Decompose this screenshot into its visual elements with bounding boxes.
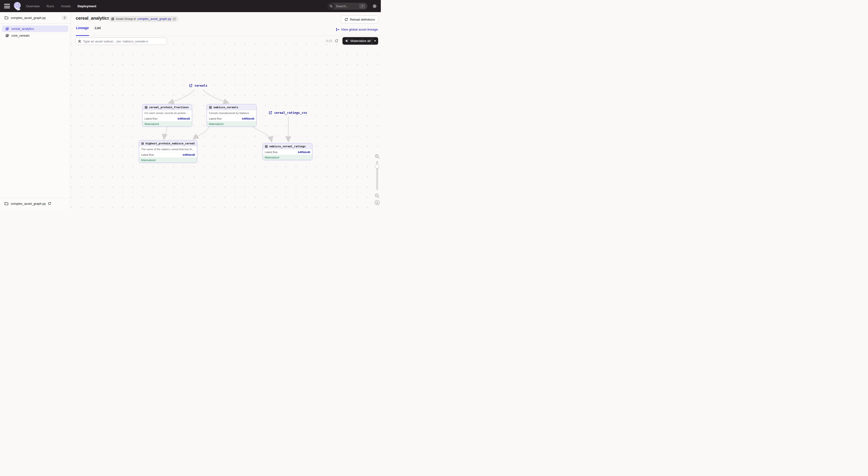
materialize-all-button-group: Materialize all bbox=[342, 37, 378, 45]
asset-subset-filter[interactable] bbox=[75, 38, 167, 45]
asset-group-prefix: Asset Group in bbox=[116, 17, 136, 21]
asset-subset-input[interactable] bbox=[83, 39, 164, 43]
sidebar-item-core-cereals[interactable]: core_cereals bbox=[2, 32, 68, 39]
code-location-sidebar: complex_asset_graph.py 2 cereal_analytic… bbox=[0, 12, 70, 209]
latest-run-label: Latest Run bbox=[265, 151, 278, 154]
asset-node-nabisco-cereals[interactable]: nabisco_cereals Cereals manufactured by … bbox=[207, 104, 256, 127]
materialization-status-badge: Materialized bbox=[143, 121, 192, 126]
latest-run-label: Latest Run bbox=[209, 117, 222, 120]
footer-code-location-name: complex_asset_graph.py bbox=[11, 202, 46, 205]
table-icon bbox=[265, 145, 268, 148]
top-nav-links: Overview Runs Assets Deployment bbox=[26, 4, 96, 8]
search-box[interactable]: / bbox=[328, 3, 368, 10]
zoom-slider[interactable] bbox=[376, 161, 378, 190]
sidebar-footer: complex_asset_graph.py bbox=[0, 198, 70, 209]
asset-description: For each cereal, records its protein ... bbox=[143, 110, 192, 116]
materialize-all-label: Materialize all bbox=[350, 39, 371, 43]
table-icon bbox=[145, 106, 148, 109]
asset-node-cereal-protein-fractions[interactable]: cereal_protein_fractions For each cereal… bbox=[142, 104, 192, 127]
asset-description: The name of the nabisco cereal that has … bbox=[139, 146, 197, 152]
search-input[interactable] bbox=[336, 4, 357, 8]
external-asset-name: cereal_ratings_csv bbox=[274, 111, 307, 114]
reload-icon[interactable] bbox=[48, 202, 51, 205]
tab-list[interactable]: List bbox=[95, 26, 101, 36]
gear-icon[interactable] bbox=[372, 4, 377, 8]
latest-run-link[interactable]: b495ded6 bbox=[242, 117, 254, 120]
materialization-status-badge: Materialized bbox=[207, 121, 256, 126]
view-tabs: Lineage List bbox=[76, 26, 101, 36]
reload-icon bbox=[344, 18, 348, 21]
materialize-options-caret[interactable] bbox=[372, 37, 378, 45]
zoom-out-icon[interactable] bbox=[374, 193, 380, 199]
sidebar-item-label: core_cereals bbox=[11, 34, 29, 37]
asset-node-highest-protein-nabisco-cereal[interactable]: highest_protein_nabisco_cereal The name … bbox=[139, 140, 197, 163]
tab-lineage[interactable]: Lineage bbox=[76, 26, 89, 36]
external-asset-name: cereals bbox=[194, 84, 208, 87]
asset-group-header: cereal_analytics Asset Group in complex_… bbox=[70, 12, 381, 36]
asset-group-count-badge: 2 bbox=[62, 15, 67, 20]
asset-graph-filter-icon bbox=[78, 39, 81, 43]
nav-item-runs[interactable]: Runs bbox=[46, 4, 54, 8]
table-icon bbox=[209, 106, 212, 109]
dagster-logo-icon[interactable] bbox=[13, 1, 22, 11]
sparkle-icon bbox=[345, 39, 349, 43]
asset-name: cereal_protein_fractions bbox=[149, 106, 189, 109]
materialize-all-button[interactable]: Materialize all bbox=[342, 37, 372, 45]
refresh-countdown: 0:22 bbox=[320, 39, 332, 43]
code-location-header[interactable]: complex_asset_graph.py 2 bbox=[0, 12, 70, 24]
zoom-in-icon[interactable] bbox=[374, 154, 380, 159]
caret-down-icon bbox=[374, 40, 376, 42]
folder-icon bbox=[4, 202, 8, 205]
folder-icon bbox=[4, 16, 8, 20]
asset-name: highest_protein_nabisco_cereal bbox=[146, 142, 195, 145]
sidebar-item-label: cereal_analytics bbox=[11, 27, 34, 31]
refresh-icon[interactable] bbox=[173, 18, 176, 21]
reload-definitions-label: Reload definitions bbox=[350, 18, 375, 21]
search-shortcut-badge: / bbox=[359, 4, 366, 8]
top-navigation-bar: Overview Runs Assets Deployment / bbox=[0, 0, 381, 12]
asset-node-nabisco-cereal-ratings[interactable]: nabisco_cereal_ratings Latest Run b495de… bbox=[262, 143, 312, 160]
page-title: cereal_analytics bbox=[76, 16, 110, 21]
lineage-graph-icon bbox=[336, 28, 339, 31]
external-asset-icon bbox=[189, 84, 193, 87]
latest-run-label: Latest Run bbox=[141, 153, 154, 156]
nav-item-overview[interactable]: Overview bbox=[26, 4, 39, 8]
asset-name: nabisco_cereals bbox=[214, 106, 238, 109]
table-icon bbox=[141, 142, 144, 145]
asset-description: Cereals manufactured by Nabisco bbox=[207, 110, 256, 116]
external-asset-cereals[interactable]: cereals bbox=[189, 84, 208, 87]
refresh-icon[interactable] bbox=[335, 39, 338, 43]
external-asset-cereal-ratings-csv[interactable]: cereal_ratings_csv bbox=[269, 111, 307, 114]
code-location-link[interactable]: complex_asset_graph.py bbox=[137, 17, 171, 21]
zoom-controls bbox=[374, 149, 381, 209]
latest-run-link[interactable]: b495ded6 bbox=[178, 117, 190, 120]
asset-group-icon bbox=[111, 17, 114, 21]
zoom-slider-knob[interactable] bbox=[375, 164, 379, 168]
recenter-view-icon[interactable] bbox=[374, 200, 380, 205]
asset-name: nabisco_cereal_ratings bbox=[269, 145, 306, 148]
search-icon bbox=[328, 3, 334, 9]
view-global-asset-lineage-label: View global asset lineage bbox=[341, 28, 378, 31]
external-asset-icon bbox=[269, 111, 272, 114]
sidebar-item-cereal-analytics[interactable]: cereal_analytics bbox=[2, 26, 68, 32]
asset-group-icon bbox=[5, 27, 9, 31]
asset-group-breadcrumb-pill: Asset Group in complex_asset_graph.py bbox=[108, 16, 178, 22]
code-location-name: complex_asset_graph.py bbox=[11, 16, 62, 20]
nav-item-deployment[interactable]: Deployment bbox=[78, 4, 96, 8]
materialization-status-badge: Materialized bbox=[263, 155, 312, 160]
nav-item-assets[interactable]: Assets bbox=[61, 4, 71, 8]
latest-run-link[interactable]: b495ded6 bbox=[183, 153, 195, 156]
reload-definitions-button[interactable]: Reload definitions bbox=[341, 15, 378, 23]
asset-group-icon bbox=[5, 34, 9, 37]
lineage-graph-canvas[interactable]: 0:22 Materialize all cereals cereal_rati… bbox=[70, 36, 381, 209]
latest-run-link[interactable]: b495ded6 bbox=[298, 151, 310, 154]
latest-run-label: Latest Run bbox=[145, 117, 157, 120]
materialization-status-badge: Materialized bbox=[139, 158, 197, 163]
view-global-asset-lineage-link[interactable]: View global asset lineage bbox=[336, 28, 378, 31]
menu-icon[interactable] bbox=[4, 4, 10, 8]
